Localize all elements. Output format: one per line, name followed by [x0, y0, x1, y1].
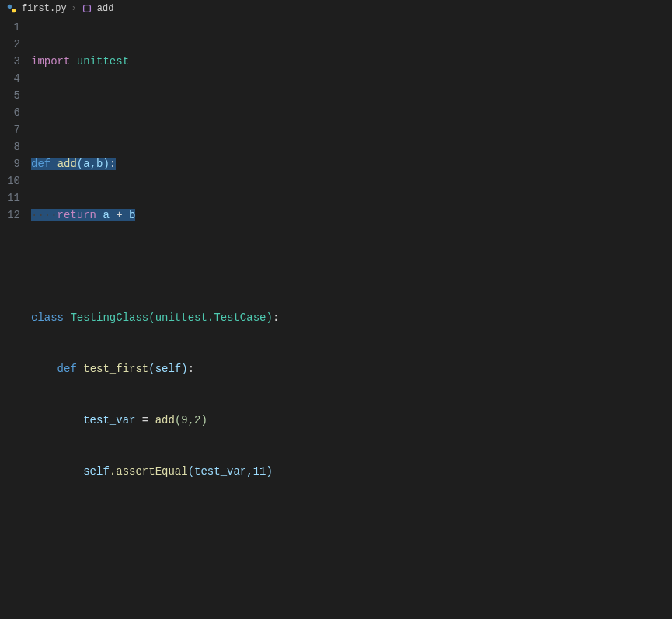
- var-b: b: [129, 209, 135, 221]
- line-number: 9: [0, 155, 20, 172]
- method-test-first: test_first: [83, 363, 148, 375]
- python-file-icon: [6, 3, 17, 14]
- var-a: a: [103, 209, 109, 221]
- keyword-import: import: [31, 55, 70, 68]
- keyword-def: def: [57, 363, 77, 375]
- line-number-gutter: 1 2 3 4 5 6 7 8 9 10 11 12: [0, 19, 31, 619]
- colon: :: [110, 158, 116, 170]
- indent-ws: ····: [31, 209, 57, 221]
- param-self: (self): [148, 363, 187, 375]
- breadcrumb-symbol[interactable]: add: [97, 3, 114, 14]
- breadcrumb-separator: ›: [71, 3, 77, 14]
- line-number: 1: [0, 19, 20, 36]
- code-content[interactable]: import unittest def add(a,b): ····return…: [31, 19, 672, 619]
- call-args: (9,2): [175, 414, 207, 426]
- svg-point-0: [8, 5, 12, 9]
- keyword-class: class: [31, 311, 64, 324]
- line-number: 5: [0, 87, 20, 104]
- line-number: 7: [0, 121, 20, 138]
- line-number: 8: [0, 138, 20, 155]
- function-add: add: [57, 158, 77, 170]
- colon: :: [188, 363, 194, 375]
- var-test-var: test_var: [83, 414, 135, 426]
- assert-args: (test_var,11): [188, 465, 273, 478]
- method-assert-equal: .assertEqual: [110, 465, 188, 478]
- operator-plus: +: [110, 209, 129, 221]
- params: (a,b): [77, 158, 110, 170]
- line-number: 10: [0, 172, 20, 190]
- colon: :: [273, 311, 279, 324]
- self: self: [83, 465, 110, 478]
- line-number: 12: [0, 207, 20, 224]
- line-number: 6: [0, 104, 20, 121]
- line-number: 3: [0, 53, 20, 70]
- module-unittest: unittest: [77, 55, 129, 68]
- breadcrumb-file[interactable]: first.py: [22, 3, 67, 14]
- base-class: (unittest.TestCase): [148, 311, 273, 324]
- editor[interactable]: 1 2 3 4 5 6 7 8 9 10 11 12 import unitte…: [0, 17, 672, 619]
- svg-point-1: [12, 9, 16, 12]
- line-number: 2: [0, 36, 20, 53]
- svg-rect-2: [83, 5, 90, 12]
- symbol-method-icon: [82, 3, 92, 14]
- call-add: add: [155, 414, 175, 426]
- line-number: 11: [0, 190, 20, 207]
- line-number: 4: [0, 70, 20, 87]
- keyword-def: def: [31, 158, 50, 170]
- operator-assign: =: [135, 414, 155, 426]
- keyword-return: return: [57, 209, 96, 221]
- breadcrumb: first.py › add: [0, 0, 672, 17]
- class-name: TestingClass: [70, 311, 148, 324]
